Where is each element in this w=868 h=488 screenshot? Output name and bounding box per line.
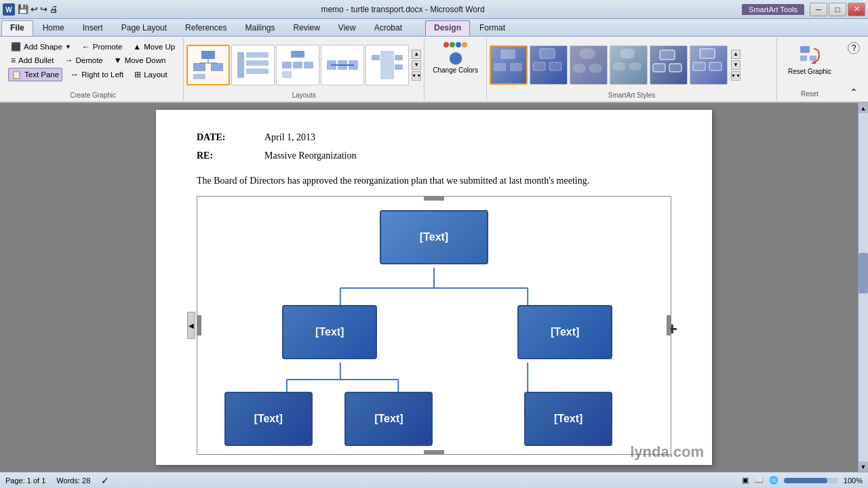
layout-scroll-up[interactable]: ▲ [412, 49, 421, 59]
help-icon[interactable]: ? [848, 42, 860, 54]
org-box-top[interactable]: [Text] [380, 210, 488, 264]
tab-file[interactable]: File [1, 20, 33, 36]
resize-handle-left[interactable] [197, 315, 201, 336]
smartart-style-4[interactable] [610, 45, 648, 85]
smartart-style-5[interactable] [650, 45, 688, 85]
svg-point-32 [572, 64, 586, 73]
print-icon[interactable]: 🖨 [50, 4, 58, 14]
window-title: memo - turtle transport.docx - Microsoft… [64, 5, 742, 14]
svg-rect-22 [372, 55, 380, 60]
org-box-bot-left[interactable]: [Text] [224, 392, 313, 446]
svg-rect-12 [291, 51, 304, 58]
minimize-button[interactable]: ─ [810, 3, 827, 16]
add-bullet-button[interactable]: ≡ Add Bullet [8, 54, 56, 66]
svg-rect-28 [540, 49, 555, 58]
add-shape-button[interactable]: ⬛ Add Shape ▼ [8, 41, 74, 53]
layout-button[interactable]: ⊞ Layout [132, 68, 170, 81]
demote-button[interactable]: → Demote [62, 54, 105, 66]
undo-icon[interactable]: ↩ [31, 4, 38, 14]
smartart-style-2[interactable] [530, 45, 568, 85]
layout-thumb-4[interactable] [321, 45, 364, 85]
demote-icon: → [64, 56, 73, 65]
svg-rect-9 [246, 52, 269, 58]
tab-design[interactable]: Design [425, 20, 470, 36]
add-shape-icon: ⬛ [11, 42, 21, 52]
zoom-slider[interactable] [784, 478, 838, 483]
redo-icon[interactable]: ↪ [40, 4, 47, 14]
move-down-icon: ▼ [114, 56, 122, 65]
tab-acrobat[interactable]: Acrobat [366, 20, 411, 36]
smartart-diagram[interactable]: [Text] [Text] [Text] [197, 196, 671, 455]
svg-rect-36 [629, 62, 642, 70]
doc-status-icon[interactable]: ✓ [101, 475, 109, 486]
move-up-button[interactable]: ▲ Move Up [130, 41, 178, 53]
collapse-ribbon-icon[interactable]: ⌃ [850, 87, 858, 98]
change-colors-button[interactable]: ⬤ Change Colors [427, 39, 484, 77]
close-button[interactable]: ✕ [848, 3, 865, 16]
svg-text:W: W [5, 6, 12, 14]
layout-thumb-5[interactable] [366, 45, 409, 85]
styles-scroll-up[interactable]: ▲ [731, 49, 741, 59]
tab-mailings[interactable]: Mailings [236, 20, 283, 36]
scroll-track[interactable] [859, 113, 868, 462]
layout-thumb-3[interactable] [276, 45, 319, 85]
smartart-style-6[interactable] [690, 45, 728, 85]
tab-format[interactable]: Format [471, 20, 514, 36]
bot-right-box[interactable]: [Text] [524, 392, 612, 446]
org-box-bot-right[interactable]: [Text] [524, 392, 612, 446]
reset-group: Reset Graphic Reset [777, 38, 842, 100]
resize-handle-right[interactable] [667, 315, 671, 336]
document-text: DATE: April 1, 2013 RE: Massive Reorgani… [197, 130, 671, 188]
vertical-scrollbar[interactable]: ▲ ▼ [858, 103, 868, 472]
view-web-icon[interactable]: 🌐 [769, 476, 778, 485]
tab-page-layout[interactable]: Page Layout [113, 20, 176, 36]
zoom-fill [784, 478, 827, 483]
layout-thumb-2[interactable] [231, 45, 275, 85]
save-icon[interactable]: 💾 [18, 4, 28, 14]
promote-icon: ← [82, 42, 90, 52]
org-box-mid-right[interactable]: [Text] [517, 305, 612, 359]
move-down-button[interactable]: ▼ Move Down [111, 54, 169, 66]
right-to-left-button[interactable]: ↔ Right to Left [68, 68, 126, 81]
svg-rect-4 [211, 63, 223, 71]
collapse-panel-button[interactable]: ◀ [187, 312, 195, 339]
view-reading-icon[interactable]: 📖 [754, 476, 764, 485]
mid-right-box[interactable]: [Text] [517, 305, 612, 359]
top-box[interactable]: [Text] [380, 210, 488, 264]
org-box-mid-left[interactable]: [Text] [282, 305, 377, 359]
bot-mid-box[interactable]: [Text] [344, 392, 433, 446]
scroll-down-button[interactable]: ▼ [859, 462, 868, 472]
layout-scroll-more[interactable]: ▼▼ [412, 71, 421, 81]
tab-view[interactable]: View [330, 20, 365, 36]
scroll-up-button[interactable]: ▲ [859, 103, 868, 113]
styles-scroll-down[interactable]: ▼ [731, 60, 741, 70]
maximize-button[interactable]: □ [829, 3, 846, 16]
resize-handle-top[interactable] [424, 197, 444, 201]
mid-left-box[interactable]: [Text] [282, 305, 377, 359]
tab-insert[interactable]: Insert [74, 20, 112, 36]
svg-rect-21 [380, 51, 394, 79]
styles-scroll-more[interactable]: ▼▼ [731, 71, 741, 81]
reset-graphic-button[interactable]: Reset Graphic [783, 41, 837, 78]
zoom-level: 100% [844, 476, 863, 485]
promote-button[interactable]: ← Promote [79, 41, 125, 53]
layout-thumb-1[interactable] [186, 45, 230, 85]
layouts-label: Layouts [186, 92, 421, 99]
tab-review[interactable]: Review [284, 20, 328, 36]
view-normal-icon[interactable]: ▣ [742, 476, 749, 485]
change-colors-section: ⬤ Change Colors [425, 38, 487, 100]
bot-left-box[interactable]: [Text] [224, 392, 313, 446]
color-swatches [443, 42, 467, 47]
layout-scroll-down[interactable]: ▼ [412, 60, 421, 70]
resize-handle-bottom[interactable] [424, 450, 444, 454]
move-up-icon: ▲ [133, 42, 141, 52]
svg-rect-8 [237, 52, 244, 78]
smartart-style-3[interactable] [570, 45, 608, 85]
tab-references[interactable]: References [176, 20, 235, 36]
text-pane-button[interactable]: 📋 Text Pane [8, 68, 62, 81]
reset-icon [797, 43, 822, 68]
tab-home[interactable]: Home [34, 20, 73, 36]
smartart-style-1[interactable] [490, 45, 528, 85]
org-box-bot-mid[interactable]: [Text] [344, 392, 433, 446]
scroll-thumb[interactable] [859, 253, 868, 293]
